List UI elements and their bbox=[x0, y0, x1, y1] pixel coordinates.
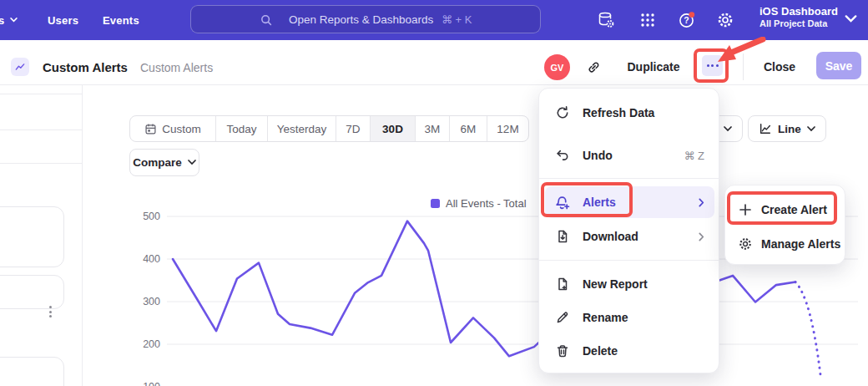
menu-item-delete[interactable]: Delete bbox=[545, 335, 714, 367]
project-switcher[interactable]: iOS Dashboard All Project Data bbox=[760, 5, 838, 29]
new-report-icon bbox=[554, 277, 570, 292]
range-6m[interactable]: 6M bbox=[450, 116, 487, 141]
y-axis-label: 200 bbox=[127, 338, 160, 350]
menu-item-refresh-data[interactable]: Refresh Data bbox=[545, 97, 714, 129]
copy-link-icon[interactable] bbox=[587, 60, 601, 74]
chevron-down-icon bbox=[807, 126, 815, 132]
range-3m[interactable]: 3M bbox=[416, 116, 450, 141]
report-chart-icon bbox=[14, 61, 26, 73]
delete-trash-icon bbox=[554, 343, 570, 359]
refresh-icon bbox=[554, 105, 570, 121]
calendar-icon bbox=[144, 123, 157, 135]
avatar[interactable]: GV bbox=[544, 54, 570, 80]
project-name: iOS Dashboard bbox=[760, 5, 838, 18]
menu-item-label: Alerts bbox=[583, 196, 616, 209]
chart-type-button[interactable]: Line bbox=[748, 115, 826, 142]
chevron-right-icon bbox=[699, 232, 704, 241]
legend-label: All Events - Total bbox=[446, 197, 527, 210]
search-icon bbox=[260, 13, 273, 27]
range-yesterday[interactable]: Yesterday bbox=[268, 116, 336, 141]
rail-divider bbox=[0, 94, 83, 94]
search-shortcut: ⌘ + K bbox=[442, 13, 472, 26]
apps-grid-icon[interactable] bbox=[638, 11, 657, 29]
nav-item-users[interactable]: Users bbox=[48, 0, 78, 40]
alerts-submenu: Create Alert Manage Alerts bbox=[724, 185, 845, 265]
chart-legend: All Events - Total bbox=[431, 197, 527, 210]
range-30d[interactable]: 30D bbox=[371, 116, 416, 141]
range-7d[interactable]: 7D bbox=[336, 116, 371, 141]
report-icon-tile bbox=[11, 58, 29, 76]
search-placeholder: Open Reports & Dashboards bbox=[289, 13, 433, 26]
nav-item-truncated[interactable]: s bbox=[0, 0, 18, 40]
chart-type-label: Line bbox=[778, 123, 801, 135]
menu-divider bbox=[539, 260, 720, 261]
menu-divider bbox=[539, 178, 720, 179]
alert-bell-plus-icon bbox=[554, 195, 570, 211]
menu-item-label: Create Alert bbox=[761, 203, 827, 216]
page-title: Custom Alerts bbox=[43, 60, 128, 74]
more-options-button[interactable] bbox=[702, 55, 723, 76]
chevron-down-icon bbox=[10, 18, 18, 23]
y-axis-label: 500 bbox=[127, 211, 160, 222]
context-menu: Refresh Data Data from 1 min ago Undo ⌘ … bbox=[538, 88, 719, 373]
menu-item-label: Undo bbox=[583, 149, 613, 162]
rail-card[interactable] bbox=[0, 206, 64, 267]
menu-item-label: Download bbox=[583, 230, 638, 243]
menu-item-label: Delete bbox=[583, 344, 618, 358]
report-header bbox=[0, 40, 868, 85]
settings-gear-icon[interactable] bbox=[716, 11, 734, 29]
save-button[interactable]: Save bbox=[816, 52, 861, 79]
close-button[interactable]: Close bbox=[758, 54, 801, 79]
undo-shortcut: ⌘ Z bbox=[684, 150, 704, 162]
undo-icon bbox=[554, 148, 570, 164]
chevron-down-icon bbox=[188, 160, 196, 165]
chevron-down-icon bbox=[724, 126, 732, 132]
compare-button[interactable]: Compare bbox=[129, 149, 199, 176]
nav-item-events[interactable]: Events bbox=[103, 0, 139, 40]
legend-swatch bbox=[431, 199, 440, 208]
top-nav-bar: s Users Events Open Reports & Dashboards… bbox=[0, 0, 868, 40]
breadcrumb: Custom Alerts bbox=[140, 61, 213, 74]
range-custom[interactable]: Custom bbox=[130, 116, 216, 141]
svg-text:?: ? bbox=[684, 15, 689, 25]
submenu-item-manage-alerts[interactable]: Manage Alerts bbox=[730, 228, 841, 260]
menu-item-label: New Report bbox=[583, 277, 648, 291]
menu-item-label: Manage Alerts bbox=[761, 237, 840, 251]
left-rail bbox=[0, 85, 83, 386]
range-today[interactable]: Today bbox=[216, 116, 268, 141]
rail-card[interactable] bbox=[0, 357, 64, 386]
y-axis-label: 100 bbox=[127, 381, 160, 386]
menu-item-alerts[interactable]: Alerts bbox=[545, 186, 714, 218]
search-input[interactable]: Open Reports & Dashboards ⌘ + K bbox=[190, 5, 541, 33]
divider bbox=[743, 53, 744, 80]
chevron-down-icon[interactable] bbox=[845, 15, 857, 23]
duplicate-button[interactable]: Duplicate bbox=[628, 54, 679, 79]
submenu-item-create-alert[interactable]: Create Alert bbox=[730, 194, 841, 226]
data-management-icon[interactable] bbox=[597, 11, 615, 29]
menu-item-label: Rename bbox=[583, 311, 628, 324]
menu-item-new-report[interactable]: New Report bbox=[545, 268, 714, 300]
rail-divider bbox=[0, 163, 83, 164]
help-icon[interactable]: ? bbox=[678, 11, 696, 29]
date-range-control: Custom Today Yesterday 7D 30D 3M 6M 12M bbox=[129, 115, 529, 142]
plus-icon bbox=[737, 202, 753, 218]
app-root: 100200300400500 All Events - Total Custo… bbox=[0, 0, 868, 386]
y-axis-label: 300 bbox=[127, 296, 160, 307]
menu-item-undo[interactable]: Undo ⌘ Z bbox=[545, 140, 714, 171]
project-scope: All Project Data bbox=[760, 18, 838, 29]
compare-label: Compare bbox=[133, 156, 182, 169]
rail-divider bbox=[0, 130, 83, 130]
menu-item-rename[interactable]: Rename bbox=[545, 302, 714, 333]
gear-icon bbox=[737, 236, 753, 252]
download-icon bbox=[554, 229, 570, 245]
menu-item-download[interactable]: Download bbox=[545, 221, 714, 252]
notification-dot bbox=[689, 12, 694, 18]
range-label: Custom bbox=[162, 123, 201, 135]
y-axis-label: 400 bbox=[127, 253, 160, 265]
rename-pencil-icon bbox=[554, 310, 570, 326]
menu-item-label: Refresh Data bbox=[583, 106, 654, 119]
chevron-right-icon bbox=[699, 198, 704, 207]
kebab-menu-icon[interactable] bbox=[44, 302, 56, 322]
line-chart-icon bbox=[759, 122, 772, 135]
range-12m[interactable]: 12M bbox=[487, 116, 528, 141]
